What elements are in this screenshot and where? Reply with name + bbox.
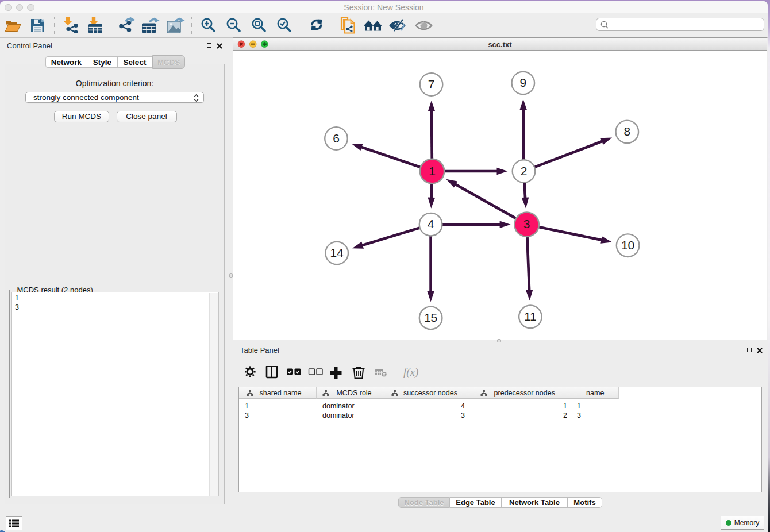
svg-text:2: 2 [521, 164, 528, 177]
svg-text:9: 9 [519, 76, 526, 89]
svg-text:1: 1 [429, 164, 436, 177]
svg-text:8: 8 [623, 124, 630, 137]
svg-text:6: 6 [333, 131, 340, 144]
svg-text:3: 3 [523, 217, 530, 230]
svg-text:10: 10 [621, 238, 634, 251]
svg-text:4: 4 [428, 217, 434, 230]
svg-text:7: 7 [428, 77, 435, 90]
svg-text:14: 14 [330, 246, 344, 259]
svg-text:15: 15 [424, 310, 437, 323]
svg-text:11: 11 [524, 309, 537, 322]
svg-text:f(x): f(x) [403, 366, 418, 379]
